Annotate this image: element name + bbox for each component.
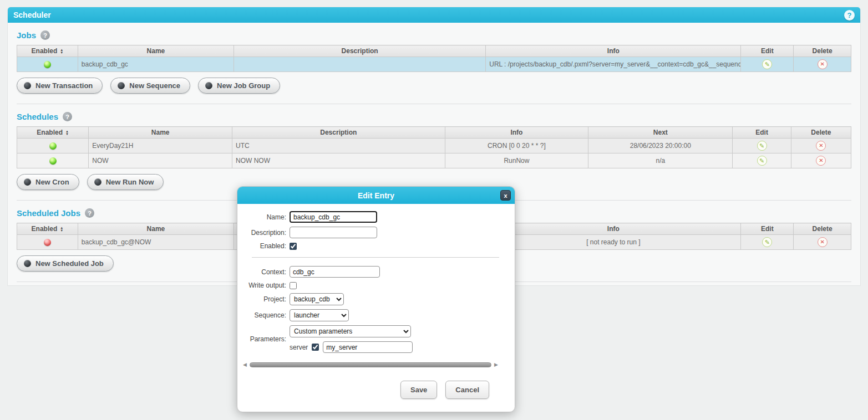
parameters-label: Parameters: bbox=[238, 335, 286, 343]
server-param-label: server bbox=[290, 344, 308, 351]
schedules-col-info[interactable]: Info bbox=[445, 127, 588, 139]
schedules-col-description[interactable]: Description bbox=[232, 127, 445, 139]
server-param-checkbox[interactable] bbox=[312, 344, 319, 351]
delete-icon[interactable]: ✕ bbox=[816, 156, 826, 166]
schedules-section-title: Schedules ? bbox=[17, 112, 851, 121]
schedule-next: 28/06/2023 20:00:00 bbox=[588, 139, 733, 153]
new-job-group-button[interactable]: New Job Group bbox=[198, 78, 280, 94]
write-output-checkbox[interactable] bbox=[290, 282, 297, 289]
jobs-title: Jobs bbox=[17, 30, 36, 40]
horizontal-scrollbar[interactable]: ◀ ▶ bbox=[243, 362, 498, 367]
server-param-field[interactable] bbox=[323, 341, 413, 353]
edit-icon[interactable]: ✎ bbox=[762, 237, 772, 247]
scheduled-jobs-col-name[interactable]: Name bbox=[78, 223, 234, 235]
description-label: Description: bbox=[238, 229, 286, 237]
table-row[interactable]: EveryDay21H UTC CRON [0 0 20 * * ?] 28/0… bbox=[17, 139, 851, 153]
sort-icon: ▲▼ bbox=[60, 227, 63, 232]
edit-icon[interactable]: ✎ bbox=[757, 156, 767, 166]
new-icon bbox=[24, 178, 31, 186]
new-scheduled-job-button[interactable]: New Scheduled Job bbox=[17, 255, 114, 272]
enabled-dot bbox=[49, 157, 57, 165]
jobs-col-edit: Edit bbox=[741, 45, 794, 57]
new-icon bbox=[24, 82, 31, 89]
enabled-dot bbox=[44, 61, 51, 68]
schedules-col-delete: Delete bbox=[791, 127, 851, 139]
schedule-description: NOW NOW bbox=[232, 153, 445, 168]
schedule-description: UTC bbox=[232, 139, 445, 153]
jobs-col-delete: Delete bbox=[794, 45, 851, 57]
job-name: backup_cdb_gc bbox=[78, 57, 234, 72]
write-output-label: Write output: bbox=[238, 281, 286, 289]
scheduled-jobs-help-icon[interactable]: ? bbox=[85, 208, 94, 218]
schedule-info: RunNow bbox=[445, 153, 588, 168]
scheduled-jobs-title: Scheduled Jobs bbox=[17, 208, 80, 218]
schedules-col-name[interactable]: Name bbox=[89, 127, 232, 139]
delete-icon[interactable]: ✕ bbox=[816, 141, 826, 151]
new-icon bbox=[94, 178, 101, 186]
context-field[interactable] bbox=[290, 266, 380, 278]
help-icon[interactable]: ? bbox=[844, 10, 855, 21]
project-select[interactable]: backup_cdb bbox=[290, 293, 344, 305]
enabled-checkbox[interactable] bbox=[290, 243, 297, 250]
job-info: URL : /projects/backup_cdb/.pxml?server=… bbox=[486, 57, 741, 72]
schedule-name: EveryDay21H bbox=[89, 139, 232, 153]
section-divider bbox=[17, 104, 851, 104]
jobs-section-title: Jobs ? bbox=[17, 30, 851, 40]
schedule-name: NOW bbox=[89, 153, 232, 168]
job-description bbox=[234, 57, 486, 72]
schedule-info: CRON [0 0 20 * * ?] bbox=[445, 139, 588, 153]
close-icon[interactable]: x bbox=[500, 190, 511, 201]
edit-entry-dialog: Edit Entry x Name: Description: Enabled:… bbox=[237, 186, 515, 412]
dialog-title: Edit Entry bbox=[358, 191, 394, 200]
schedules-col-next[interactable]: Next bbox=[588, 127, 733, 139]
schedules-table: Enabled▲▼ Name Description Info Next Edi… bbox=[17, 126, 851, 168]
context-label: Context: bbox=[238, 268, 286, 276]
scroll-left-icon[interactable]: ◀ bbox=[243, 362, 247, 367]
enabled-label: Enabled: bbox=[238, 242, 286, 250]
app-header: Scheduler ? bbox=[8, 7, 860, 23]
scheduled-jobs-col-edit: Edit bbox=[741, 223, 794, 235]
jobs-help-icon[interactable]: ? bbox=[40, 30, 50, 40]
schedules-title: Schedules bbox=[17, 112, 58, 121]
new-cron-button[interactable]: New Cron bbox=[17, 174, 79, 190]
new-icon bbox=[24, 260, 31, 267]
form-divider bbox=[252, 257, 499, 258]
scroll-right-icon[interactable]: ▶ bbox=[494, 362, 498, 367]
new-sequence-button[interactable]: New Sequence bbox=[110, 78, 190, 94]
table-row[interactable]: NOW NOW NOW RunNow n/a ✎ ✕ bbox=[17, 153, 851, 168]
scheduled-jobs-col-info[interactable]: Info bbox=[486, 223, 741, 235]
sort-icon: ▲▼ bbox=[60, 49, 63, 54]
scheduled-jobs-col-enabled[interactable]: Enabled▲▼ bbox=[17, 223, 78, 235]
parameters-mode-select[interactable]: Custom parameters bbox=[290, 325, 411, 337]
dialog-header[interactable]: Edit Entry x bbox=[237, 187, 515, 204]
sequence-select[interactable]: launcher bbox=[290, 309, 349, 321]
edit-icon[interactable]: ✎ bbox=[762, 59, 772, 69]
new-run-now-button[interactable]: New Run Now bbox=[87, 174, 164, 190]
project-label: Project: bbox=[238, 295, 286, 303]
delete-icon[interactable]: ✕ bbox=[818, 59, 828, 69]
schedule-next: n/a bbox=[588, 153, 733, 168]
cancel-button[interactable]: Cancel bbox=[445, 381, 489, 399]
description-field[interactable] bbox=[290, 227, 377, 238]
jobs-table: Enabled▲▼ Name Description Info Edit Del… bbox=[17, 45, 851, 72]
scrollbar-thumb[interactable] bbox=[250, 362, 491, 367]
scheduled-job-name: backup_cdb_gc@NOW bbox=[78, 235, 234, 250]
schedules-col-enabled[interactable]: Enabled▲▼ bbox=[17, 127, 89, 139]
new-icon bbox=[205, 82, 212, 89]
save-button[interactable]: Save bbox=[400, 381, 437, 399]
jobs-col-name[interactable]: Name bbox=[78, 45, 234, 57]
schedules-help-icon[interactable]: ? bbox=[63, 112, 72, 121]
name-field[interactable] bbox=[290, 211, 377, 223]
new-transaction-button[interactable]: New Transaction bbox=[17, 78, 103, 94]
jobs-col-info[interactable]: Info bbox=[486, 45, 741, 57]
table-row[interactable]: backup_cdb_gc URL : /projects/backup_cdb… bbox=[17, 57, 851, 72]
jobs-col-enabled[interactable]: Enabled▲▼ bbox=[17, 45, 78, 57]
app-title: Scheduler bbox=[13, 11, 51, 19]
delete-icon[interactable]: ✕ bbox=[818, 237, 828, 247]
scheduled-jobs-col-delete: Delete bbox=[794, 223, 851, 235]
edit-icon[interactable]: ✎ bbox=[757, 141, 767, 151]
sort-icon: ▲▼ bbox=[65, 130, 69, 136]
enabled-dot bbox=[49, 142, 57, 150]
jobs-col-description[interactable]: Description bbox=[234, 45, 486, 57]
name-label: Name: bbox=[238, 213, 286, 221]
